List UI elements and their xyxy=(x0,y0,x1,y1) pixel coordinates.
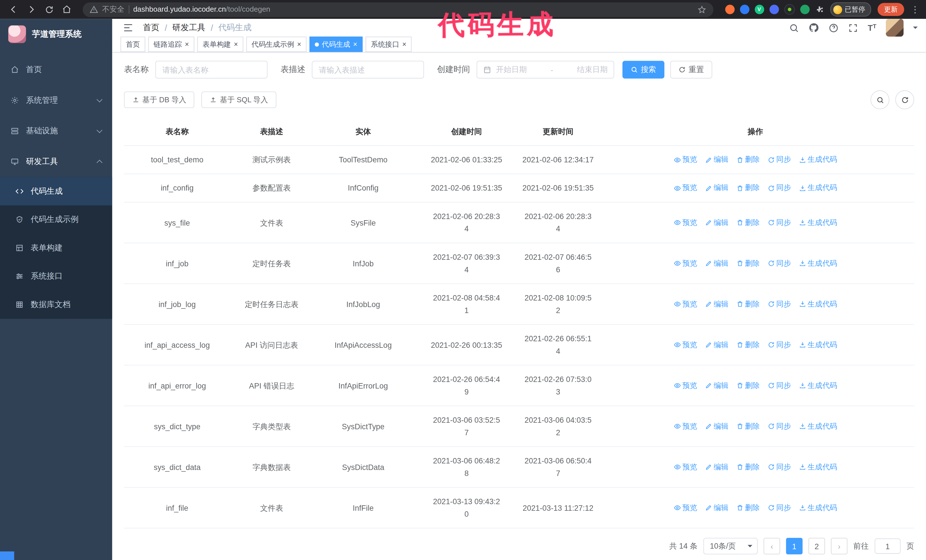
generate-code-link[interactable]: 生成代码 xyxy=(799,339,837,351)
chrome-update-button[interactable]: 更新 xyxy=(878,3,904,16)
github-icon[interactable] xyxy=(809,23,819,33)
forward-icon[interactable] xyxy=(24,2,39,17)
tab-close-icon[interactable]: × xyxy=(234,41,238,48)
tab-close-icon[interactable]: × xyxy=(353,41,357,48)
date-range-picker[interactable]: 开始日期 - 结束日期 xyxy=(477,61,614,78)
tab-form-builder[interactable]: 表单构建× xyxy=(197,37,243,52)
edit-link[interactable]: 编辑 xyxy=(705,257,729,270)
sync-link[interactable]: 同步 xyxy=(767,339,791,351)
tab-close-icon[interactable]: × xyxy=(402,41,407,48)
delete-link[interactable]: 删除 xyxy=(736,420,760,433)
reset-button[interactable]: 重置 xyxy=(670,61,712,78)
sidebar-item-code-generation-example[interactable]: 代码生成示例 xyxy=(0,205,112,234)
sync-link[interactable]: 同步 xyxy=(767,154,791,166)
extension-icon-green-v[interactable]: V xyxy=(755,5,764,14)
generate-code-link[interactable]: 生成代码 xyxy=(799,502,837,514)
sidebar-item-system-api[interactable]: 系统接口 xyxy=(0,262,112,290)
next-page-button[interactable]: › xyxy=(831,538,847,554)
generate-code-link[interactable]: 生成代码 xyxy=(799,182,837,194)
search-button[interactable]: 搜索 xyxy=(623,61,664,78)
table-name-input[interactable] xyxy=(155,61,268,78)
edit-link[interactable]: 编辑 xyxy=(705,420,729,433)
tab-close-icon[interactable]: × xyxy=(297,41,301,48)
back-icon[interactable] xyxy=(6,2,21,17)
edit-link[interactable]: 编辑 xyxy=(705,298,729,311)
extension-icon-green-leaf[interactable] xyxy=(800,5,809,14)
browser-menu-icon[interactable]: ⋮ xyxy=(911,4,920,15)
sidebar-item-infrastructure[interactable]: 基础设施 xyxy=(0,116,112,146)
preview-link[interactable]: 预览 xyxy=(673,298,697,311)
delete-link[interactable]: 删除 xyxy=(736,257,760,270)
breadcrumb-home[interactable]: 首页 xyxy=(143,23,160,33)
delete-link[interactable]: 删除 xyxy=(736,502,760,514)
edit-link[interactable]: 编辑 xyxy=(705,339,729,351)
fullscreen-icon[interactable] xyxy=(848,23,858,33)
delete-link[interactable]: 删除 xyxy=(736,216,760,229)
generate-code-link[interactable]: 生成代码 xyxy=(799,461,837,473)
prev-page-button[interactable]: ‹ xyxy=(764,538,780,554)
reload-icon[interactable] xyxy=(41,2,57,17)
extension-icon-blue-people[interactable] xyxy=(769,5,779,14)
search-icon[interactable] xyxy=(789,23,799,33)
edit-link[interactable]: 编辑 xyxy=(705,461,729,473)
font-size-icon[interactable]: TT xyxy=(868,23,876,32)
generate-code-link[interactable]: 生成代码 xyxy=(799,154,837,166)
generate-code-link[interactable]: 生成代码 xyxy=(799,257,837,270)
breadcrumb-dev-tools[interactable]: 研发工具 xyxy=(172,23,206,33)
delete-link[interactable]: 删除 xyxy=(736,379,760,392)
hamburger-icon[interactable] xyxy=(121,20,136,35)
tab-close-icon[interactable]: × xyxy=(185,41,189,48)
refresh-table-button[interactable] xyxy=(895,90,914,109)
address-bar[interactable]: 不安全 dashboard.yudao.iocoder.cn/tool/code… xyxy=(83,2,713,17)
sync-link[interactable]: 同步 xyxy=(767,461,791,473)
sidebar-item-system-management[interactable]: 系统管理 xyxy=(0,85,112,116)
sync-link[interactable]: 同步 xyxy=(767,257,791,270)
sidebar-item-database-docs[interactable]: 数据库文档 xyxy=(0,291,112,319)
preview-link[interactable]: 预览 xyxy=(673,420,697,433)
delete-link[interactable]: 删除 xyxy=(736,461,760,473)
toggle-search-button[interactable] xyxy=(870,90,889,109)
preview-link[interactable]: 预览 xyxy=(673,182,697,194)
preview-link[interactable]: 预览 xyxy=(673,461,697,473)
generate-code-link[interactable]: 生成代码 xyxy=(799,379,837,392)
sync-link[interactable]: 同步 xyxy=(767,182,791,194)
delete-link[interactable]: 删除 xyxy=(736,154,760,166)
bookmark-star-icon[interactable] xyxy=(697,5,706,14)
preview-link[interactable]: 预览 xyxy=(673,379,697,392)
avatar-caret-icon[interactable] xyxy=(913,27,918,31)
page-button-1[interactable]: 1 xyxy=(786,538,803,554)
edit-link[interactable]: 编辑 xyxy=(705,379,729,392)
extensions-puzzle-icon[interactable] xyxy=(815,5,824,14)
sidebar-item-home[interactable]: 首页 xyxy=(0,54,112,85)
import-sql-button[interactable]: 基于 SQL 导入 xyxy=(201,91,276,108)
tab-tracing[interactable]: 链路追踪× xyxy=(148,37,194,52)
sync-link[interactable]: 同步 xyxy=(767,379,791,392)
help-icon[interactable] xyxy=(829,23,839,33)
page-button-2[interactable]: 2 xyxy=(809,538,825,554)
tab-home[interactable]: 首页 xyxy=(121,37,145,52)
preview-link[interactable]: 预览 xyxy=(673,502,697,514)
extension-icon-blue-drop[interactable] xyxy=(740,5,749,14)
delete-link[interactable]: 删除 xyxy=(736,298,760,311)
sync-link[interactable]: 同步 xyxy=(767,502,791,514)
profile-paused-chip[interactable]: 已暂停 xyxy=(830,2,871,17)
generate-code-link[interactable]: 生成代码 xyxy=(799,216,837,229)
preview-link[interactable]: 预览 xyxy=(673,339,697,351)
sidebar-item-dev-tools[interactable]: 研发工具 xyxy=(0,146,112,177)
delete-link[interactable]: 删除 xyxy=(736,339,760,351)
sidebar-item-code-generation[interactable]: 代码生成 xyxy=(0,177,112,205)
preview-link[interactable]: 预览 xyxy=(673,154,697,166)
home-icon[interactable] xyxy=(59,2,74,17)
sync-link[interactable]: 同步 xyxy=(767,298,791,311)
tab-system-api[interactable]: 系统接口× xyxy=(366,37,412,52)
user-avatar[interactable] xyxy=(886,19,903,36)
generate-code-link[interactable]: 生成代码 xyxy=(799,298,837,311)
extension-icon-orange[interactable] xyxy=(725,5,734,14)
page-size-select[interactable]: 10条/页 xyxy=(704,538,758,554)
preview-link[interactable]: 预览 xyxy=(673,216,697,229)
import-db-button[interactable]: 基于 DB 导入 xyxy=(124,91,194,108)
sync-link[interactable]: 同步 xyxy=(767,420,791,433)
delete-link[interactable]: 删除 xyxy=(736,182,760,194)
edit-link[interactable]: 编辑 xyxy=(705,502,729,514)
sidebar-item-form-builder[interactable]: 表单构建 xyxy=(0,234,112,262)
